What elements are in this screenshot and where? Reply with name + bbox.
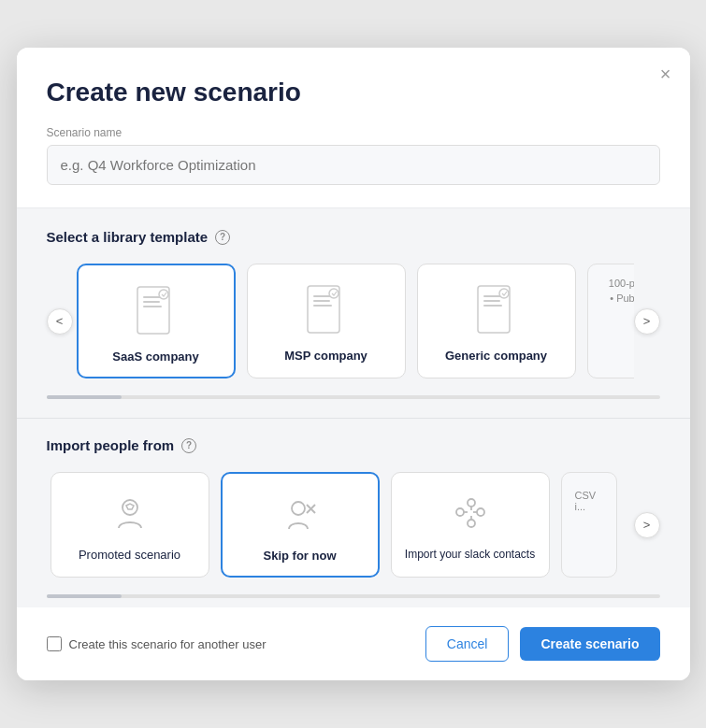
import-card-slack[interactable]: Import your slack contacts — [391, 472, 550, 578]
import-cards: Promoted scenario Skip for now — [47, 468, 634, 581]
msp-label: MSP company — [284, 349, 367, 363]
modal: × Create new scenario Scenario name Sele… — [17, 48, 690, 680]
svg-rect-21 — [477, 508, 484, 516]
svg-rect-22 — [468, 520, 475, 527]
template-card-generic[interactable]: Generic company — [417, 264, 576, 378]
create-scenario-button[interactable]: Create scenario — [520, 627, 659, 661]
library-carousel: < — [47, 260, 660, 382]
promoted-icon — [107, 490, 153, 536]
library-prev-button[interactable]: < — [47, 308, 73, 335]
library-next-button[interactable]: > — [634, 308, 660, 335]
svg-point-9 — [329, 289, 339, 298]
import-carousel: Promoted scenario Skip for now — [47, 468, 660, 581]
svg-rect-3 — [143, 306, 162, 307]
scenario-name-label: Scenario name — [47, 126, 660, 139]
import-next-button[interactable]: > — [634, 512, 660, 538]
skip-icon — [277, 491, 324, 537]
library-section: Select a library template ? < — [17, 208, 690, 418]
promoted-label: Promoted scenario — [79, 548, 180, 562]
another-user-checkbox-label[interactable]: Create this scenario for another user — [47, 636, 267, 651]
svg-rect-13 — [483, 305, 502, 307]
import-section-title: Import people from ? — [47, 437, 660, 453]
generic-label: Generic company — [445, 349, 547, 363]
saas-label: SaaS company — [112, 350, 199, 364]
footer-buttons: Cancel Create scenario — [425, 626, 660, 662]
partial-line2: • Publi... — [610, 293, 633, 304]
svg-point-16 — [292, 502, 305, 515]
import-help-icon[interactable]: ? — [181, 438, 196, 453]
template-card-saas[interactable]: SaaS company — [77, 264, 236, 378]
import-card-promoted[interactable]: Promoted scenario — [50, 472, 209, 578]
saas-icon — [133, 282, 180, 338]
library-scrollbar-track — [47, 395, 660, 399]
template-card-partial: 100-pe... • Publi... — [587, 264, 634, 378]
skip-label: Skip for now — [264, 549, 337, 563]
import-scrollbar-thumb — [47, 594, 122, 598]
svg-rect-12 — [483, 300, 500, 302]
import-card-skip[interactable]: Skip for now — [221, 472, 380, 578]
svg-point-15 — [122, 500, 137, 515]
generic-icon — [473, 281, 520, 337]
cancel-button[interactable]: Cancel — [425, 626, 510, 662]
svg-point-4 — [159, 290, 168, 299]
modal-footer: Create this scenario for another user Ca… — [17, 607, 690, 680]
svg-rect-7 — [313, 300, 330, 302]
msp-icon — [303, 281, 350, 337]
library-section-title: Select a library template ? — [47, 229, 660, 245]
library-help-icon[interactable]: ? — [215, 230, 230, 245]
svg-rect-19 — [456, 508, 464, 516]
modal-title: Create new scenario — [47, 78, 660, 107]
slack-label: Import your slack contacts — [405, 548, 535, 561]
import-card-csv-partial: CSV i... — [561, 472, 617, 578]
import-section: Import people from ? Promot — [17, 418, 690, 607]
close-button[interactable]: × — [660, 64, 671, 83]
svg-rect-2 — [143, 301, 160, 303]
svg-point-14 — [499, 289, 509, 298]
template-card-msp[interactable]: MSP company — [247, 264, 406, 378]
modal-overlay: × Create new scenario Scenario name Sele… — [0, 0, 706, 728]
csv-partial-label: CSV i... — [575, 490, 603, 512]
import-scrollbar-track — [47, 594, 660, 598]
library-cards: SaaS company — [73, 260, 634, 382]
partial-line1: 100-pe... — [609, 278, 634, 289]
another-user-checkbox[interactable] — [47, 636, 62, 651]
modal-header: × Create new scenario Scenario name — [17, 48, 690, 207]
svg-rect-8 — [313, 305, 332, 307]
scenario-name-input[interactable] — [47, 145, 660, 185]
svg-rect-20 — [468, 499, 475, 507]
library-scrollbar-thumb — [47, 395, 122, 399]
slack-icon — [447, 490, 494, 536]
